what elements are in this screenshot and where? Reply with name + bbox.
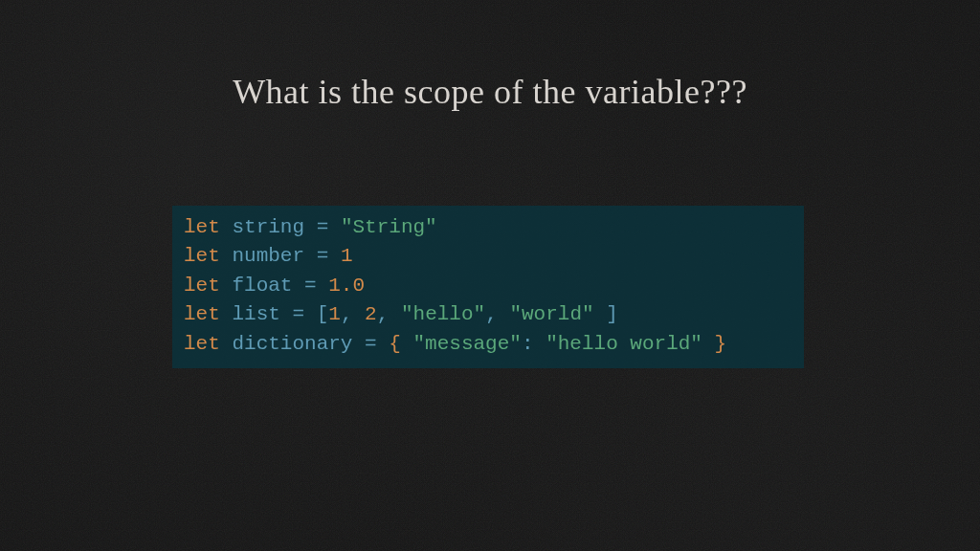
number-literal: 1.0 (328, 275, 365, 297)
keyword-let: let (184, 333, 220, 355)
slide-title: What is the scope of the variable??? (0, 72, 980, 112)
space (220, 303, 233, 325)
identifier-dictionary: dictionary (232, 333, 352, 355)
comma: , (377, 303, 390, 325)
space (220, 333, 233, 355)
code-block: let string = "String" let number = 1 let… (172, 206, 804, 368)
number-literal: 2 (365, 303, 377, 325)
space (498, 303, 510, 325)
identifier-number: number (232, 245, 304, 267)
space (702, 333, 715, 355)
space (304, 303, 317, 325)
string-literal: "world" (509, 303, 593, 325)
identifier-string: string (232, 216, 304, 238)
space (317, 275, 329, 297)
keyword-let: let (184, 303, 220, 325)
space (220, 275, 233, 297)
number-literal: 1 (341, 245, 353, 267)
number-literal: 1 (328, 303, 341, 325)
identifier-float: float (232, 275, 292, 297)
space (292, 275, 304, 297)
space (328, 216, 341, 238)
space (220, 245, 233, 267)
operator-equals: = (292, 303, 304, 325)
space (377, 333, 390, 355)
space (304, 216, 317, 238)
string-literal: "message" (413, 333, 522, 355)
code-line-4: let list = [1, 2, "hello", "world" ] (184, 300, 792, 329)
space (389, 303, 401, 325)
string-literal: "String" (341, 216, 437, 238)
operator-equals: = (317, 216, 329, 238)
string-literal: "hello world" (546, 333, 702, 355)
operator-equals: = (317, 245, 329, 267)
keyword-let: let (184, 216, 220, 238)
operator-equals: = (304, 275, 317, 297)
keyword-let: let (184, 245, 220, 267)
code-line-2: let number = 1 (184, 242, 792, 271)
bracket-open: [ (317, 303, 329, 325)
space (352, 333, 365, 355)
space (594, 303, 607, 325)
space (304, 245, 317, 267)
space (280, 303, 293, 325)
bracket-close: ] (606, 303, 618, 325)
code-line-5: let dictionary = { "message": "hello wor… (184, 330, 792, 359)
space (353, 303, 366, 325)
space (534, 333, 546, 355)
brace-close: } (715, 333, 727, 355)
operator-equals: = (365, 333, 377, 355)
string-literal: "hello" (401, 303, 485, 325)
keyword-let: let (184, 275, 220, 297)
comma: , (341, 303, 353, 325)
identifier-list: list (232, 303, 279, 325)
brace-open: { (389, 333, 401, 355)
space (220, 216, 233, 238)
comma: , (485, 303, 498, 325)
space (401, 333, 413, 355)
code-line-3: let float = 1.0 (184, 272, 792, 300)
code-line-1: let string = "String" (184, 213, 792, 242)
colon: : (522, 333, 534, 355)
space (328, 245, 341, 267)
